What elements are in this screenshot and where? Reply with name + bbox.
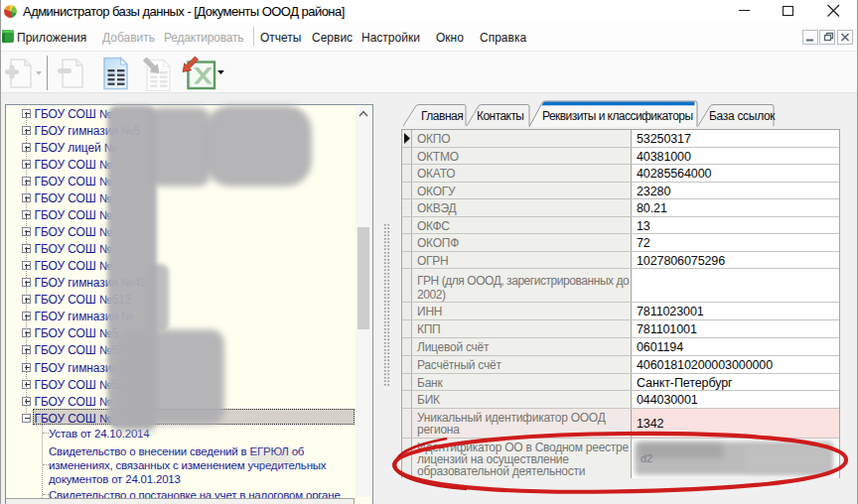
svg-text:Контакты: Контакты — [477, 109, 523, 123]
svg-text:Главная: Главная — [421, 109, 463, 123]
svg-text:Реквизиты и классификаторы: Реквизиты и классификаторы — [542, 109, 692, 123]
svg-text:База ссылок: База ссылок — [709, 109, 776, 123]
